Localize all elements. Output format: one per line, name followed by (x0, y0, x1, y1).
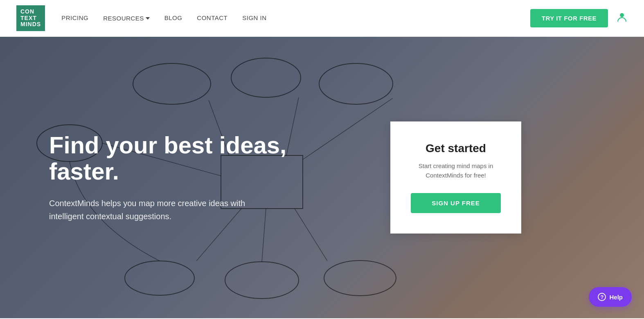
hero-text: Find your best ideas, faster. ContextMin… (49, 132, 286, 223)
user-svg-icon (616, 11, 628, 22)
hero-title-line1: Find your best ideas, (49, 132, 286, 158)
nav-link-signin[interactable]: SIGN IN (242, 14, 266, 21)
get-started-card: Get started Start creating mind maps in … (390, 121, 521, 234)
card-title: Get started (411, 142, 501, 155)
try-free-button[interactable]: TRY IT FOR FREE (530, 9, 608, 27)
resources-label: RESOURCES (103, 15, 144, 22)
user-icon[interactable] (616, 11, 628, 25)
logo-line2: TEXT (20, 15, 41, 21)
logo-line1: CON (20, 9, 41, 15)
navbar-right: TRY IT FOR FREE (530, 9, 628, 27)
nav-item-pricing[interactable]: PRICING (61, 14, 88, 22)
nav-item-contact[interactable]: CONTACT (197, 14, 227, 22)
hero-title: Find your best ideas, faster. (49, 132, 286, 184)
chevron-down-icon (146, 17, 150, 20)
hero-title-line2: faster. (49, 158, 119, 184)
nav-link-pricing[interactable]: PRICING (61, 14, 88, 21)
hero-content: Find your best ideas, faster. ContextMin… (0, 37, 644, 318)
nav-item-blog[interactable]: BLOG (164, 14, 182, 22)
nav-link-contact[interactable]: CONTACT (197, 14, 227, 21)
help-circle-icon: ? (598, 293, 606, 301)
nav-link-resources[interactable]: RESOURCES (103, 15, 150, 22)
help-label: Help (609, 294, 623, 301)
navbar: CON TEXT MINDS PRICING RESOURCES BLOG CO… (0, 0, 644, 37)
help-button[interactable]: ? Help (589, 287, 632, 307)
logo-box: CON TEXT MINDS (16, 5, 45, 31)
navbar-left: CON TEXT MINDS PRICING RESOURCES BLOG CO… (16, 5, 267, 31)
nav-item-resources[interactable]: RESOURCES (103, 15, 150, 22)
logo[interactable]: CON TEXT MINDS (16, 5, 45, 31)
svg-point-0 (620, 13, 624, 17)
hero-section: Find your best ideas, faster. ContextMin… (0, 37, 644, 318)
card-description: Start creating mind maps in ContextMinds… (411, 162, 501, 180)
signup-button[interactable]: SIGN UP FREE (411, 193, 501, 213)
nav-links: PRICING RESOURCES BLOG CONTACT SIGN IN (61, 14, 266, 22)
nav-item-signin[interactable]: SIGN IN (242, 14, 266, 22)
hero-subtitle: ContextMinds helps you map more creative… (49, 197, 254, 223)
nav-link-blog[interactable]: BLOG (164, 14, 182, 21)
logo-line3: MINDS (20, 21, 41, 27)
